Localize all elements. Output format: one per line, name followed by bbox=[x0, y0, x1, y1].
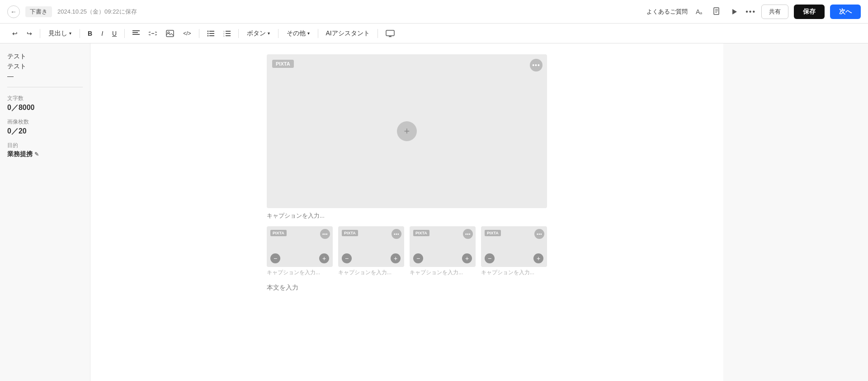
main-layout: テスト テスト — 文字数 0／8000 画像枚数 0／20 目的 業務提携 ✎… bbox=[0, 43, 868, 381]
top-bar-right: よくあるご質問 Aₐ ••• 共有 保存 次へ bbox=[646, 5, 861, 19]
main-caption-input[interactable] bbox=[267, 212, 547, 219]
purpose-value: 業務提携 ✎ bbox=[7, 150, 83, 158]
save-button[interactable]: 保存 bbox=[794, 5, 825, 19]
thumb-pixta-1: PIXTA bbox=[342, 230, 358, 236]
thumb-caption-1: キャプションを入力... bbox=[338, 269, 404, 276]
toolbar: ↩ ↪ 見出し ▾ B I U </> 1.2.3. ボタン ▾ その他 ▾ A… bbox=[0, 24, 868, 43]
thumb-image-3: PIXTA ••• − + bbox=[481, 226, 547, 267]
toolbar-divider-6 bbox=[278, 29, 278, 38]
sidebar: テスト テスト — 文字数 0／8000 画像枚数 0／20 目的 業務提携 ✎ bbox=[0, 43, 90, 381]
toolbar-divider-1 bbox=[40, 29, 40, 38]
button-chevron-icon: ▾ bbox=[268, 31, 270, 36]
thumb-plus-button-0[interactable]: + bbox=[319, 253, 329, 263]
svg-rect-18 bbox=[226, 31, 231, 32]
heading-label: 見出し bbox=[48, 29, 67, 38]
purpose-label: 目的 bbox=[7, 142, 83, 149]
thumb-more-button-0[interactable]: ••• bbox=[320, 229, 330, 239]
editor-wrapper: PIXTA ••• + PIXTA ••• − + キャプションを入力... bbox=[267, 54, 547, 293]
svg-rect-14 bbox=[209, 33, 214, 34]
image-count-label: 画像枚数 bbox=[7, 118, 83, 126]
thumb-plus-button-1[interactable]: + bbox=[391, 253, 401, 263]
thumb-block-0: PIXTA ••• − + キャプションを入力... bbox=[267, 226, 333, 276]
thumb-minus-button-1[interactable]: − bbox=[342, 253, 352, 263]
toolbar-divider-2 bbox=[80, 29, 80, 38]
back-button[interactable]: ← bbox=[7, 5, 20, 18]
sidebar-item-1: テスト bbox=[7, 52, 83, 61]
next-button[interactable]: 次へ bbox=[830, 5, 861, 19]
main-image-block: PIXTA ••• + bbox=[267, 54, 547, 208]
heading-dropdown[interactable]: 見出し ▾ bbox=[45, 27, 75, 40]
thumb-more-button-2[interactable]: ••• bbox=[463, 229, 473, 239]
toolbar-divider-7 bbox=[318, 29, 318, 38]
thumb-caption-3: キャプションを入力... bbox=[481, 269, 547, 276]
document-icon-button[interactable] bbox=[711, 5, 723, 18]
body-text-input[interactable] bbox=[267, 282, 547, 293]
list-button[interactable] bbox=[204, 28, 217, 39]
undo-button[interactable]: ↩ bbox=[9, 28, 21, 39]
ai-assistant-button[interactable]: AIアシスタント bbox=[323, 27, 373, 40]
svg-rect-6 bbox=[132, 30, 140, 31]
toolbar-divider-4 bbox=[199, 29, 199, 38]
other-dropdown[interactable]: その他 ▾ bbox=[283, 27, 313, 40]
screen-button[interactable] bbox=[382, 28, 398, 39]
underline-button[interactable]: U bbox=[109, 28, 120, 39]
top-bar: ← 下書き 2024.10.25（金）09:22に保存 よくあるご質問 Aₐ •… bbox=[0, 0, 868, 24]
svg-point-15 bbox=[207, 35, 208, 36]
share-button[interactable]: 共有 bbox=[761, 5, 788, 19]
svg-rect-7 bbox=[132, 32, 138, 33]
svg-rect-8 bbox=[132, 34, 140, 35]
italic-button[interactable]: I bbox=[98, 28, 106, 39]
redo-button[interactable]: ↪ bbox=[24, 28, 35, 39]
image-button[interactable] bbox=[163, 28, 177, 39]
sidebar-divider bbox=[7, 87, 83, 87]
svg-rect-16 bbox=[209, 35, 214, 36]
svg-rect-12 bbox=[209, 31, 214, 32]
thumb-minus-button-3[interactable]: − bbox=[485, 253, 495, 263]
thumb-more-button-3[interactable]: ••• bbox=[534, 229, 544, 239]
svg-rect-23 bbox=[386, 30, 394, 36]
image-count-value: 0／20 bbox=[7, 127, 83, 136]
svg-marker-5 bbox=[732, 9, 737, 14]
code-button[interactable]: </> bbox=[180, 28, 194, 39]
sidebar-item-2: テスト bbox=[7, 62, 83, 71]
sidebar-dash: — bbox=[7, 72, 83, 80]
svg-text:Aₐ: Aₐ bbox=[696, 8, 702, 15]
main-image-add-button[interactable]: + bbox=[397, 121, 417, 141]
draft-badge: 下書き bbox=[25, 6, 52, 17]
bold-button[interactable]: B bbox=[85, 28, 95, 39]
thumb-plus-button-2[interactable]: + bbox=[462, 253, 472, 263]
thumb-plus-button-3[interactable]: + bbox=[533, 253, 543, 263]
play-icon-button[interactable] bbox=[728, 6, 740, 18]
svg-rect-20 bbox=[226, 33, 231, 34]
thumbnail-row: PIXTA ••• − + キャプションを入力... PIXTA ••• − +… bbox=[267, 226, 547, 276]
faq-button[interactable]: よくあるご質問 bbox=[646, 8, 688, 16]
button-dropdown[interactable]: ボタン ▾ bbox=[243, 27, 274, 40]
purpose-edit-icon[interactable]: ✎ bbox=[34, 151, 39, 157]
thumb-more-button-1[interactable]: ••• bbox=[392, 229, 401, 239]
ordered-list-button[interactable]: 1.2.3. bbox=[220, 28, 234, 39]
other-chevron-icon: ▾ bbox=[307, 31, 310, 36]
toolbar-divider-5 bbox=[238, 29, 239, 38]
font-icon-button[interactable]: Aₐ bbox=[693, 5, 706, 18]
main-image-more-button[interactable]: ••• bbox=[530, 59, 542, 71]
svg-rect-22 bbox=[226, 35, 231, 36]
other-label: その他 bbox=[287, 29, 306, 38]
word-count-value: 0／8000 bbox=[7, 103, 83, 113]
thumb-block-3: PIXTA ••• − + キャプションを入力... bbox=[481, 226, 547, 276]
right-panel bbox=[723, 43, 868, 381]
thumb-block-1: PIXTA ••• − + キャプションを入力... bbox=[338, 226, 404, 276]
word-count-label: 文字数 bbox=[7, 95, 83, 102]
thumb-minus-button-2[interactable]: − bbox=[413, 253, 423, 263]
heading-chevron-icon: ▾ bbox=[69, 31, 71, 36]
thumb-image-0: PIXTA ••• − + bbox=[267, 226, 333, 267]
thumb-image-1: PIXTA ••• − + bbox=[338, 226, 404, 267]
align-button[interactable] bbox=[129, 28, 143, 39]
save-time: 2024.10.25（金）09:22に保存 bbox=[57, 8, 137, 16]
link-button[interactable] bbox=[146, 29, 160, 38]
svg-text:3.: 3. bbox=[223, 35, 225, 37]
thumb-minus-button-0[interactable]: − bbox=[270, 253, 280, 263]
more-button[interactable]: ••• bbox=[745, 8, 756, 16]
thumb-block-2: PIXTA ••• − + キャプションを入力... bbox=[410, 226, 476, 276]
thumb-pixta-0: PIXTA bbox=[270, 230, 287, 236]
thumb-caption-2: キャプションを入力... bbox=[410, 269, 476, 276]
